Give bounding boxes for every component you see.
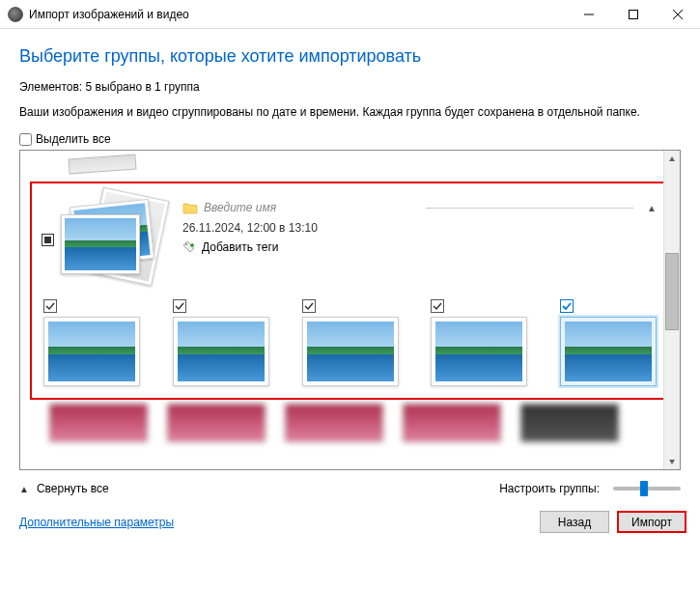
back-button[interactable]: Назад xyxy=(540,511,609,533)
maximize-button[interactable] xyxy=(611,0,656,29)
scroll-down-button[interactable] xyxy=(664,453,680,469)
photo-thumbnail[interactable] xyxy=(560,299,657,386)
photo-thumbnail[interactable] xyxy=(173,299,269,386)
selection-summary: Элементов: 5 выбрано в 1 группа xyxy=(19,80,681,94)
select-all-label: Выделить все xyxy=(36,132,111,146)
previous-group-peek xyxy=(49,156,651,176)
more-options-link[interactable]: Дополнительные параметры xyxy=(19,516,174,529)
collapse-all-link[interactable]: Свернуть все xyxy=(37,482,109,495)
group-checkbox[interactable] xyxy=(42,234,54,246)
photo-thumbnail[interactable] xyxy=(302,299,399,386)
photo-checkbox[interactable] xyxy=(43,299,57,313)
slider-thumb[interactable] xyxy=(640,481,648,496)
group-date: 26.11.2024, 12:00 в 13:10 xyxy=(182,221,657,235)
photo-checkbox[interactable] xyxy=(431,299,444,313)
select-all-checkbox[interactable]: Выделить все xyxy=(19,132,681,146)
add-tags-label: Добавить теги xyxy=(202,240,278,254)
photo-thumbnail[interactable] xyxy=(43,299,140,386)
scrollbar-thumb[interactable] xyxy=(665,253,679,330)
collapse-all-icon[interactable]: ▲ xyxy=(19,484,29,494)
group-name-input[interactable]: Введите имя xyxy=(204,201,412,215)
groups-list: Введите имя ▲ 26.11.2024, 12:00 в 13:10 … xyxy=(19,150,681,470)
folder-icon xyxy=(182,202,198,214)
description-text: Ваши изображения и видео сгруппированы п… xyxy=(19,105,681,119)
add-tags-link[interactable]: Добавить теги xyxy=(182,240,657,254)
select-all-input[interactable] xyxy=(19,133,32,146)
titlebar: Импорт изображений и видео xyxy=(0,0,700,29)
minimize-button[interactable] xyxy=(567,0,611,29)
window-title: Импорт изображений и видео xyxy=(29,8,567,21)
next-group-peek xyxy=(49,404,651,442)
page-title: Выберите группы, которые хотите импортир… xyxy=(19,46,681,67)
collapse-group-icon[interactable]: ▲ xyxy=(647,203,657,213)
scroll-up-button[interactable] xyxy=(664,151,680,167)
svg-point-4 xyxy=(185,243,187,245)
group-adjust-slider[interactable] xyxy=(613,487,681,491)
svg-rect-1 xyxy=(630,10,638,18)
close-button[interactable] xyxy=(656,0,700,29)
group-thumbnail-stack[interactable] xyxy=(43,197,169,284)
svg-marker-6 xyxy=(669,460,675,464)
divider xyxy=(426,208,634,209)
scrollbar[interactable] xyxy=(663,151,680,469)
photo-checkbox[interactable] xyxy=(302,299,316,313)
svg-marker-5 xyxy=(669,156,675,161)
photo-thumbnail[interactable] xyxy=(431,299,527,386)
group-item: Введите имя ▲ 26.11.2024, 12:00 в 13:10 … xyxy=(30,182,670,400)
photo-checkbox[interactable] xyxy=(560,299,574,313)
adjust-groups-label: Настроить группы: xyxy=(499,482,600,495)
photo-checkbox[interactable] xyxy=(173,299,186,313)
tag-icon xyxy=(182,240,196,254)
app-icon xyxy=(8,7,23,22)
import-button[interactable]: Импорт xyxy=(617,511,686,533)
